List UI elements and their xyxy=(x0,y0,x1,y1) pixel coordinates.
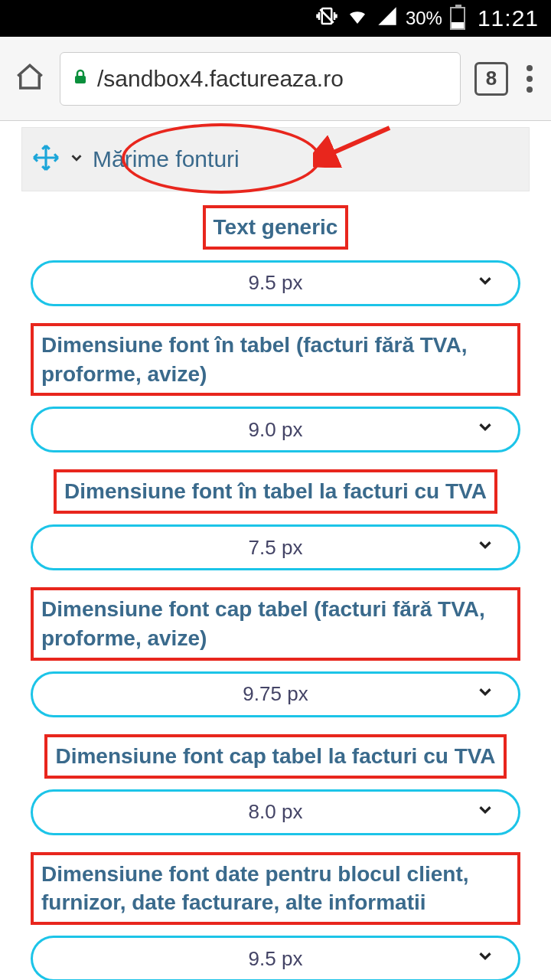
tab-switcher-button[interactable]: 8 xyxy=(474,62,508,96)
field-font-table-notva: Dimensiune font în tabel (facturi fără T… xyxy=(31,323,520,453)
cell-signal-icon xyxy=(377,5,398,32)
select-value: 9.5 px xyxy=(249,271,303,295)
select-value: 8.0 px xyxy=(249,800,303,824)
status-icons: 30% 11:21 xyxy=(315,5,539,33)
lock-icon xyxy=(71,68,90,90)
chevron-down-icon xyxy=(475,799,495,825)
field-label: Dimensiune font cap tabel (facturi fără … xyxy=(31,587,520,661)
select-font-table-tva[interactable]: 7.5 px xyxy=(31,524,520,570)
android-status-bar: 30% 11:21 xyxy=(0,0,551,37)
field-font-client-block: Dimensiune font date pentru blocul clien… xyxy=(31,852,520,980)
field-font-table-tva: Dimensiune font în tabel la facturi cu T… xyxy=(31,469,520,570)
chevron-down-icon xyxy=(475,535,495,560)
collapse-chevron-icon[interactable] xyxy=(68,149,85,169)
chevron-down-icon xyxy=(475,681,495,707)
select-font-header-notva[interactable]: 9.75 px xyxy=(31,671,520,717)
select-value: 9.5 px xyxy=(249,947,303,971)
url-bar[interactable]: /sandbox4.factureaza.ro xyxy=(60,52,461,106)
field-label: Text generic xyxy=(203,205,349,250)
select-font-table-notva[interactable]: 9.0 px xyxy=(31,407,520,452)
field-label: Dimensiune font în tabel la facturi cu T… xyxy=(54,469,497,514)
home-icon[interactable] xyxy=(14,61,46,96)
page-content: Mărime fonturi Text generic 9.5 px Dimen… xyxy=(0,121,551,980)
url-text: /sandbox4.factureaza.ro xyxy=(97,66,344,92)
move-icon[interactable] xyxy=(31,143,60,175)
clock: 11:21 xyxy=(478,5,539,31)
select-font-header-tva[interactable]: 8.0 px xyxy=(31,789,520,835)
tab-count-value: 8 xyxy=(486,67,497,90)
field-font-header-tva: Dimensiune font cap tabel la facturi cu … xyxy=(31,734,520,835)
battery-percent: 30% xyxy=(406,8,442,29)
annotation-arrow xyxy=(313,122,397,171)
battery-icon xyxy=(450,7,465,30)
section-title: Mărime fonturi xyxy=(93,146,240,172)
field-text-generic: Text generic 9.5 px xyxy=(31,205,520,306)
select-value: 7.5 px xyxy=(249,536,303,560)
svg-rect-2 xyxy=(75,76,86,83)
select-text-generic[interactable]: 9.5 px xyxy=(31,260,520,306)
svg-line-3 xyxy=(327,128,390,155)
browser-toolbar: /sandbox4.factureaza.ro 8 xyxy=(0,37,551,121)
chevron-down-icon xyxy=(475,417,495,443)
field-label: Dimensiune font în tabel (facturi fără T… xyxy=(31,323,520,397)
browser-menu-button[interactable] xyxy=(522,60,537,97)
select-value: 9.0 px xyxy=(249,418,303,442)
select-font-client-block[interactable]: 9.5 px xyxy=(31,936,520,980)
field-font-header-notva: Dimensiune font cap tabel (facturi fără … xyxy=(31,587,520,717)
wifi-icon xyxy=(346,5,369,33)
chevron-down-icon xyxy=(475,946,495,972)
chevron-down-icon xyxy=(475,270,495,296)
vibrate-icon xyxy=(315,5,338,33)
field-label: Dimensiune font date pentru blocul clien… xyxy=(31,852,520,926)
select-value: 9.75 px xyxy=(243,682,308,706)
field-label: Dimensiune font cap tabel la facturi cu … xyxy=(44,734,506,779)
section-header-font-sizes[interactable]: Mărime fonturi xyxy=(21,127,530,191)
